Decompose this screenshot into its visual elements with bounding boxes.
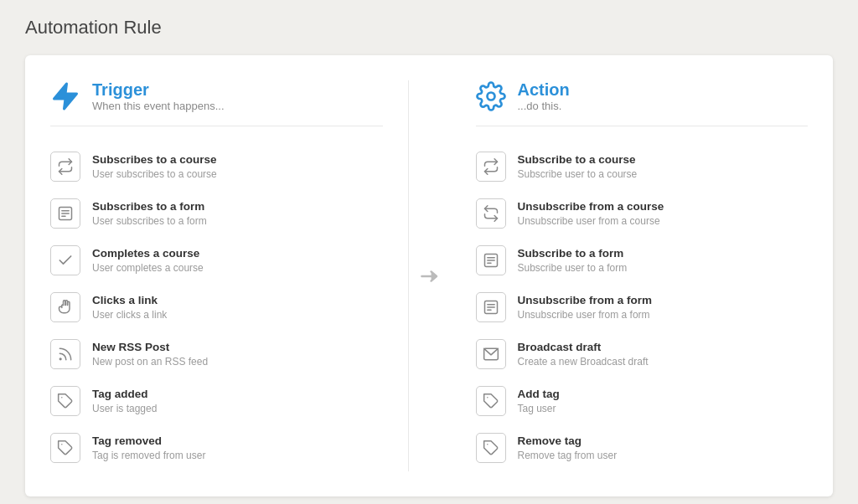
list-item-subscribe-form[interactable]: Subscribe to a form Subscribe user to a … xyxy=(476,237,809,284)
item-label-new-rss: New RSS Post xyxy=(92,341,208,353)
list-item-remove-tag[interactable]: Remove tag Remove tag from user xyxy=(476,424,809,471)
item-label-subscribe-form: Subscribe to a form xyxy=(518,247,628,260)
list-item-tag-removed[interactable]: Tag removed Tag is removed from user xyxy=(50,424,383,471)
list-item-clicks-link[interactable]: Clicks a link User clicks a link xyxy=(50,284,383,331)
trigger-header: Trigger When this event happens... xyxy=(50,80,383,126)
item-label-completes-course: Completes a course xyxy=(92,247,204,260)
item-icon-subscribe-course xyxy=(476,152,506,182)
item-desc-subscribes-course: User subscribes to a course xyxy=(92,168,217,180)
trigger-list: Subscribes to a course User subscribes t… xyxy=(50,143,383,471)
item-desc-tag-removed: Tag is removed from user xyxy=(92,450,205,461)
item-icon-subscribes-form xyxy=(50,198,80,229)
item-label-clicks-link: Clicks a link xyxy=(92,294,167,306)
item-icon-unsubscribe-course xyxy=(476,198,506,229)
item-desc-unsubscribe-course: Unsubscribe user from a course xyxy=(518,215,660,227)
item-desc-subscribe-course: Subscribe user to a course xyxy=(518,168,638,180)
item-icon-subscribes-course xyxy=(50,152,80,182)
item-desc-broadcast-draft: Create a new Broadcast draft xyxy=(518,356,649,368)
action-icon xyxy=(476,81,506,111)
item-desc-tag-added: User is tagged xyxy=(92,403,157,414)
item-desc-clicks-link: User clicks a link xyxy=(92,309,167,321)
arrow-divider xyxy=(409,80,451,471)
item-icon-new-rss xyxy=(50,339,80,369)
list-item-broadcast-draft[interactable]: Broadcast draft Create a new Broadcast d… xyxy=(476,331,809,378)
trigger-icon xyxy=(50,81,80,111)
item-icon-tag-added xyxy=(50,386,80,416)
item-label-tag-removed: Tag removed xyxy=(92,435,205,447)
item-label-unsubscribe-course: Unsubscribe from a course xyxy=(518,200,664,213)
item-label-unsubscribe-form: Unsubscribe from a form xyxy=(518,294,653,306)
item-desc-remove-tag: Remove tag from user xyxy=(518,450,618,461)
list-item-unsubscribe-course[interactable]: Unsubscribe from a course Unsubscribe us… xyxy=(476,190,809,237)
list-item-tag-added[interactable]: Tag added User is tagged xyxy=(50,378,383,424)
list-item-subscribes-form[interactable]: Subscribes to a form User subscribes to … xyxy=(50,190,383,237)
trigger-subtitle: When this event happens... xyxy=(92,100,225,112)
svg-point-5 xyxy=(59,358,61,360)
item-icon-remove-tag xyxy=(476,433,506,463)
item-label-remove-tag: Remove tag xyxy=(518,435,618,447)
action-header: Action ...do this. xyxy=(476,80,809,126)
item-label-subscribe-course: Subscribe to a course xyxy=(518,153,638,166)
action-subtitle: ...do this. xyxy=(518,100,570,112)
item-desc-completes-course: User completes a course xyxy=(92,262,204,274)
list-item-subscribe-course[interactable]: Subscribe to a course Subscribe user to … xyxy=(476,143,809,190)
item-desc-subscribes-form: User subscribes to a form xyxy=(92,215,207,227)
list-item-new-rss[interactable]: New RSS Post New post on an RSS feed xyxy=(50,331,383,378)
item-label-tag-added: Tag added xyxy=(92,388,157,400)
item-desc-add-tag: Tag user xyxy=(518,403,556,414)
item-desc-new-rss: New post on an RSS feed xyxy=(92,356,208,368)
action-panel: Action ...do this. Subscribe to a course… xyxy=(451,80,834,471)
item-icon-subscribe-form xyxy=(476,245,506,275)
item-icon-completes-course xyxy=(50,245,80,275)
item-icon-clicks-link xyxy=(50,292,80,322)
action-heading: Action xyxy=(518,80,570,100)
svg-marker-0 xyxy=(54,84,77,109)
item-icon-broadcast-draft xyxy=(476,339,506,369)
item-label-add-tag: Add tag xyxy=(518,388,560,400)
automation-card: Trigger When this event happens... Subsc… xyxy=(25,55,833,496)
list-item-subscribes-course[interactable]: Subscribes to a course User subscribes t… xyxy=(50,143,383,190)
item-icon-tag-removed xyxy=(50,433,80,463)
action-list: Subscribe to a course Subscribe user to … xyxy=(476,143,809,471)
item-label-broadcast-draft: Broadcast draft xyxy=(518,341,649,353)
svg-point-8 xyxy=(487,93,494,100)
trigger-heading: Trigger xyxy=(92,80,225,100)
list-item-add-tag[interactable]: Add tag Tag user xyxy=(476,378,809,424)
item-label-subscribes-course: Subscribes to a course xyxy=(92,153,217,166)
item-desc-unsubscribe-form: Unsubscribe user from a form xyxy=(518,309,650,321)
list-item-completes-course[interactable]: Completes a course User completes a cour… xyxy=(50,237,383,284)
trigger-panel: Trigger When this event happens... Subsc… xyxy=(25,80,409,471)
item-icon-unsubscribe-form xyxy=(476,292,506,322)
item-label-subscribes-form: Subscribes to a form xyxy=(92,200,207,213)
page-title: Automation Rule xyxy=(25,17,833,39)
list-item-unsubscribe-form[interactable]: Unsubscribe from a form Unsubscribe user… xyxy=(476,284,809,331)
item-desc-subscribe-form: Subscribe user to a form xyxy=(518,262,628,274)
item-icon-add-tag xyxy=(476,386,506,416)
